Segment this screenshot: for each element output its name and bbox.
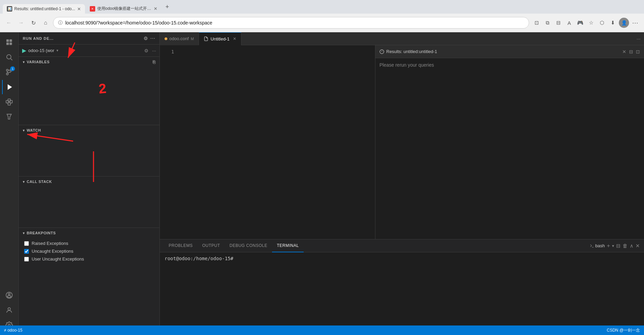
results-maximize-icon[interactable]: ⊡ (636, 49, 640, 54)
forward-button[interactable]: → (16, 18, 26, 28)
split-terminal-icon[interactable]: ⊟ (616, 243, 621, 249)
gaming-icon[interactable]: 🎮 (575, 18, 585, 28)
activity-item-explorer[interactable] (2, 35, 16, 49)
results-panel: Results: untitled:untitled-1 ✕ ⊟ ⊡ Pleas… (375, 45, 644, 239)
breakpoints-section: ▾ BREAKPOINTS Raised Exceptions Uncaught… (19, 228, 159, 264)
tab1-close[interactable]: ✕ (77, 6, 81, 12)
terminal-content[interactable]: root@odoo:/home/odoo-15# (160, 252, 644, 335)
odoo-conf-icon (165, 37, 167, 40)
odoo-conf-label: odoo.conf (169, 36, 189, 41)
user-uncaught-exceptions-item: User Uncaught Exceptions (19, 255, 159, 263)
user-uncaught-exceptions-checkbox[interactable] (24, 257, 29, 262)
gear-icon[interactable]: ⚙ (144, 48, 149, 53)
bottom-panel-actions: bash + ▾ ⊟ 🗑 ∧ ✕ (590, 243, 640, 249)
svg-point-8 (6, 73, 9, 75)
vscode-layout: 1 RUN AND DE... ⚙ ··· (0, 32, 644, 335)
watch-content (19, 135, 159, 176)
tab-terminal[interactable]: TERMINAL (272, 239, 304, 252)
call-stack-section: ▾ CALL STACK (19, 177, 159, 228)
editor-tab-untitled[interactable]: Untitled-1 ✕ (199, 32, 241, 45)
secure-icon: ⓘ (58, 20, 63, 26)
activity-item-extensions[interactable] (2, 95, 16, 109)
remote-indicator[interactable]: ≠ odoo-15 (4, 328, 22, 333)
call-stack-header[interactable]: ▾ CALL STACK (19, 177, 159, 187)
browser-tab-2[interactable]: ✕ 使用odoo镜像搭建一站式开发环... ✕ (86, 4, 162, 14)
address-bar[interactable]: ⓘ localhost:9090/?workspace=/home/odoo-1… (53, 17, 529, 29)
home-button[interactable]: ⌂ (41, 18, 50, 28)
menu-button[interactable]: ⋯ (630, 18, 640, 28)
results-header: Results: untitled:untitled-1 ✕ ⊟ ⊡ (375, 45, 644, 58)
settings-icon[interactable]: ⚙ (143, 36, 148, 41)
results-panel-icon (379, 49, 384, 54)
call-stack-label: CALL STACK (27, 180, 52, 184)
favorites-icon[interactable]: ☆ (586, 18, 596, 28)
tab-problems[interactable]: PROBLEMS (164, 239, 198, 252)
editor-tab-odoo-conf[interactable]: odoo.conf M (160, 32, 199, 45)
tab-output[interactable]: OUTPUT (198, 239, 225, 252)
split-screen-icon[interactable]: ⊡ (532, 18, 541, 28)
svg-line-5 (11, 58, 12, 60)
close-panel-icon[interactable]: ✕ (635, 243, 640, 249)
editor-tab-more[interactable]: ··· (633, 36, 644, 41)
maximize-panel-icon[interactable]: ∧ (630, 243, 633, 249)
debug-config-bar: ▶ odoo-15 (wor ▾ ⚙ ··· (19, 45, 159, 57)
svg-marker-9 (8, 84, 12, 90)
tab1-title: Results: untitled:untitled-1 - odo... (14, 6, 75, 11)
activity-item-accounts[interactable] (2, 303, 16, 317)
breakpoints-header[interactable]: ▾ BREAKPOINTS (19, 228, 159, 238)
variables-content (19, 67, 159, 125)
activity-item-search[interactable] (2, 50, 16, 64)
terminal-shell-label: bash (595, 243, 605, 248)
tab-close-icon[interactable]: ✕ (233, 36, 236, 41)
copy-icon[interactable]: ⎘ (153, 60, 156, 65)
activity-item-source-control[interactable]: 1 (2, 65, 16, 79)
watch-header[interactable]: ▾ WATCH (19, 125, 159, 135)
activity-item-run-debug[interactable] (2, 80, 16, 94)
tab2-close[interactable]: ✕ (154, 6, 157, 11)
code-area[interactable] (177, 45, 375, 239)
back-button[interactable]: ← (4, 18, 14, 28)
status-right-text: CSDN @一剑一念 (607, 328, 640, 333)
profile-button[interactable]: 👤 (619, 18, 629, 28)
activity-bar: 1 (0, 32, 19, 335)
terminal-prompt: root@odoo:/home/odoo-15# (165, 256, 233, 261)
variables-label: VARIABLES (27, 60, 50, 64)
tab2-icon: ✕ (90, 6, 95, 12)
split-view-icon[interactable]: ⊟ (554, 18, 563, 28)
results-split-icon[interactable]: ⊟ (629, 49, 633, 54)
tab-debug-console[interactable]: DEBUG CONSOLE (225, 239, 272, 252)
main-content: odoo.conf M Untitled-1 ✕ ··· 1 (160, 32, 644, 335)
split-terminal-dropdown[interactable]: ▾ (612, 244, 614, 248)
collections-icon[interactable]: ⬡ (597, 18, 607, 28)
play-icon[interactable]: ▶ (22, 47, 26, 54)
toolbar-actions: ⊡ ⧉ ⊟ A 🎮 ☆ ⬡ ⬇ 👤 ⋯ (532, 18, 640, 28)
reload-button[interactable]: ↻ (29, 18, 38, 28)
new-tab-button[interactable]: + (162, 2, 172, 12)
variables-header[interactable]: ▾ VARIABLES ⎘ (19, 57, 159, 67)
debug-console-tab-label: DEBUG CONSOLE (230, 243, 267, 248)
kill-terminal-icon[interactable]: 🗑 (623, 243, 628, 249)
line-numbers: 1 (160, 45, 177, 239)
new-terminal-icon[interactable]: bash (590, 243, 605, 248)
dots-icon[interactable]: ··· (152, 48, 156, 53)
uncaught-exceptions-checkbox[interactable] (24, 249, 29, 254)
source-control-badge: 1 (10, 66, 15, 71)
breakpoints-chevron: ▾ (23, 231, 25, 235)
activity-item-test[interactable] (2, 110, 16, 124)
watch-label: WATCH (27, 128, 41, 132)
config-name-label[interactable]: odoo-15 (wor (28, 48, 54, 53)
browser-tab-1[interactable]: 📊 Results: untitled:untitled-1 - odo... … (3, 4, 85, 14)
more-icon[interactable]: ··· (150, 36, 155, 41)
extensions-icon[interactable]: ⧉ (543, 18, 552, 28)
dropdown-icon[interactable]: ▾ (56, 48, 58, 53)
translate-icon[interactable]: A (564, 18, 574, 28)
call-stack-content (19, 187, 159, 228)
editor-tabs-bar: odoo.conf M Untitled-1 ✕ ··· (160, 32, 644, 45)
svg-point-4 (7, 55, 11, 59)
activity-item-remote[interactable] (2, 288, 16, 302)
results-close-icon[interactable]: ✕ (622, 49, 626, 54)
downloads-icon[interactable]: ⬇ (608, 18, 617, 28)
raised-exceptions-item: Raised Exceptions (19, 239, 159, 247)
raised-exceptions-checkbox[interactable] (24, 241, 29, 246)
add-terminal-icon[interactable]: + (607, 243, 610, 249)
